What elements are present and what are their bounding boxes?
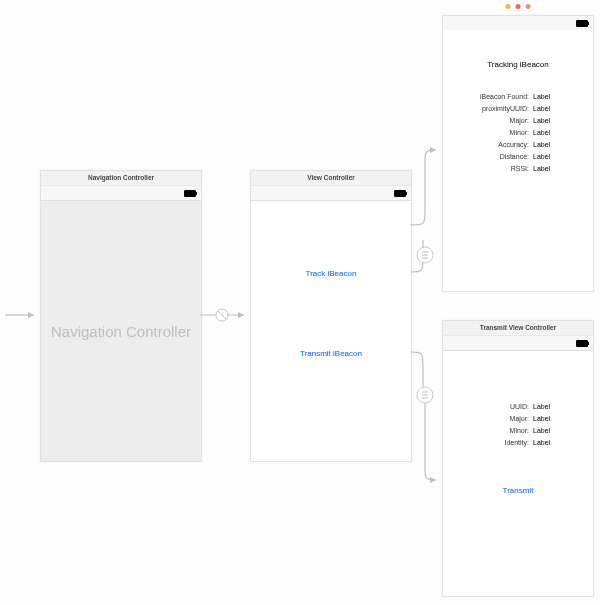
battery-icon (576, 340, 588, 347)
dot-orange-icon (526, 4, 531, 9)
kv-value: Label (533, 413, 565, 425)
status-bar (41, 186, 201, 201)
scene-body: Tracking iBeacon iBeacon Found: Label pr… (443, 30, 593, 291)
scene-tracking-ibeacon[interactable]: Tracking iBeacon iBeacon Found: Label pr… (442, 15, 594, 292)
tracking-title: Tracking iBeacon (443, 60, 593, 69)
battery-icon (184, 190, 196, 197)
scene-header: Navigation Controller (41, 171, 201, 186)
kv-key: Minor: (471, 127, 529, 139)
svg-marker-3 (238, 312, 244, 318)
kv-key: iBeacon Found: (471, 91, 529, 103)
kv-row: Minor: Label (443, 127, 593, 139)
kv-key: Minor: (471, 425, 529, 437)
kv-key: Identity: (471, 437, 529, 449)
kv-value: Label (533, 401, 565, 413)
kv-value: Label (533, 437, 565, 449)
kv-value: Label (533, 163, 565, 175)
kv-value: Label (533, 425, 565, 437)
navigation-controller-placeholder: Navigation Controller (41, 201, 201, 461)
kv-key: RSSI: (471, 163, 529, 175)
kv-row: iBeacon Found: Label (443, 91, 593, 103)
kv-key: Distance: (471, 151, 529, 163)
window-control-dots (506, 4, 531, 9)
kv-key: Major: (471, 115, 529, 127)
kv-row: Major: Label (443, 115, 593, 127)
status-bar (443, 336, 593, 351)
svg-point-8 (417, 387, 433, 403)
tracking-kv-list: iBeacon Found: Label proximityUUID: Labe… (443, 91, 593, 175)
svg-line-5 (218, 311, 226, 319)
kv-row: Minor: Label (443, 425, 593, 437)
svg-point-7 (417, 247, 433, 263)
kv-key: UUID: (471, 401, 529, 413)
kv-value: Label (533, 151, 565, 163)
dot-yellow-icon (506, 4, 511, 9)
svg-point-4 (216, 309, 228, 321)
kv-row: RSSI: Label (443, 163, 593, 175)
kv-row: proximityUUID: Label (443, 103, 593, 115)
scene-header: View Controller (251, 171, 411, 186)
battery-icon (576, 20, 588, 27)
scene-transmit-view-controller[interactable]: Transmit View Controller UUID: Label Maj… (442, 320, 594, 597)
svg-marker-1 (28, 312, 34, 318)
scene-view-controller[interactable]: View Controller Track iBeacon Transmit i… (250, 170, 412, 462)
battery-icon (394, 190, 406, 197)
kv-row: Identity: Label (443, 437, 593, 449)
track-ibeacon-button[interactable]: Track iBeacon (251, 269, 411, 278)
kv-row: Accuracy: Label (443, 139, 593, 151)
kv-key: Major: (471, 413, 529, 425)
kv-row: Distance: Label (443, 151, 593, 163)
scene-header: Transmit View Controller (443, 321, 593, 336)
transmit-ibeacon-button[interactable]: Transmit iBeacon (251, 349, 411, 358)
scene-navigation-controller[interactable]: Navigation Controller Navigation Control… (40, 170, 202, 462)
kv-key: Accuracy: (471, 139, 529, 151)
dot-red-icon (516, 4, 521, 9)
kv-value: Label (533, 103, 565, 115)
svg-marker-9 (430, 477, 436, 483)
status-bar (251, 186, 411, 201)
kv-row: Major: Label (443, 413, 593, 425)
kv-value: Label (533, 115, 565, 127)
svg-marker-6 (430, 147, 436, 153)
kv-key: proximityUUID: (471, 103, 529, 115)
kv-value: Label (533, 127, 565, 139)
transmit-button[interactable]: Transmit (443, 486, 593, 495)
transmit-kv-list: UUID: Label Major: Label Minor: Label Id… (443, 401, 593, 449)
kv-row: UUID: Label (443, 401, 593, 413)
kv-value: Label (533, 91, 565, 103)
scene-body: UUID: Label Major: Label Minor: Label Id… (443, 351, 593, 596)
status-bar (443, 16, 593, 30)
kv-value: Label (533, 139, 565, 151)
scene-body: Track iBeacon Transmit iBeacon (251, 201, 411, 461)
